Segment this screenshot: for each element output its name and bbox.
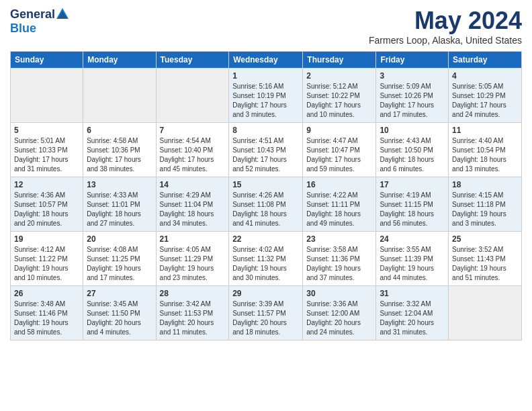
day-number: 22 xyxy=(232,234,299,244)
day-info: Sunrise: 4:51 AMSunset: 10:43 PMDaylight… xyxy=(232,136,299,174)
month-title: May 2024 xyxy=(369,7,522,35)
calendar-cell: 24Sunrise: 3:55 AMSunset: 11:39 PMDaylig… xyxy=(376,232,449,286)
day-info: Sunrise: 4:47 AMSunset: 10:47 PMDaylight… xyxy=(306,136,372,174)
calendar-week-row: 12Sunrise: 4:36 AMSunset: 10:57 PMDaylig… xyxy=(11,177,522,232)
day-info: Sunrise: 4:40 AMSunset: 10:54 PMDaylight… xyxy=(452,136,518,174)
day-number: 26 xyxy=(14,289,79,298)
day-number: 2 xyxy=(306,71,372,81)
calendar-cell: 9Sunrise: 4:47 AMSunset: 10:47 PMDayligh… xyxy=(303,123,376,177)
title-section: May 2024 Farmers Loop, Alaska, United St… xyxy=(369,7,522,46)
day-number: 16 xyxy=(306,180,372,189)
day-info: Sunrise: 3:32 AMSunset: 12:04 AMDaylight… xyxy=(380,300,445,337)
weekday-header: Tuesday xyxy=(156,52,229,68)
day-number: 6 xyxy=(87,126,152,135)
calendar-cell: 31Sunrise: 3:32 AMSunset: 12:04 AMDaylig… xyxy=(376,286,449,340)
day-info: Sunrise: 4:29 AMSunset: 11:04 PMDaylight… xyxy=(160,191,226,228)
weekday-header: Monday xyxy=(83,52,156,68)
calendar-cell: 18Sunrise: 4:15 AMSunset: 11:18 PMDaylig… xyxy=(449,177,522,232)
day-info: Sunrise: 3:58 AMSunset: 11:36 PMDaylight… xyxy=(306,245,372,283)
weekday-header: Wednesday xyxy=(229,52,303,68)
day-number: 29 xyxy=(232,289,299,298)
day-number: 14 xyxy=(160,180,226,189)
day-info: Sunrise: 5:01 AMSunset: 10:33 PMDaylight… xyxy=(14,136,79,174)
location: Farmers Loop, Alaska, United States xyxy=(369,35,522,46)
calendar-table: SundayMondayTuesdayWednesdayThursdayFrid… xyxy=(10,51,522,340)
day-info: Sunrise: 3:45 AMSunset: 11:50 PMDaylight… xyxy=(87,300,152,337)
calendar-cell: 10Sunrise: 4:43 AMSunset: 10:50 PMDaylig… xyxy=(376,123,449,177)
day-number: 20 xyxy=(87,234,152,244)
day-number: 15 xyxy=(232,180,299,189)
day-info: Sunrise: 5:09 AMSunset: 10:26 PMDaylight… xyxy=(380,82,445,120)
day-info: Sunrise: 4:19 AMSunset: 11:15 PMDaylight… xyxy=(380,191,445,228)
day-number: 30 xyxy=(306,289,372,298)
day-info: Sunrise: 4:43 AMSunset: 10:50 PMDaylight… xyxy=(380,136,445,174)
day-info: Sunrise: 3:36 AMSunset: 12:00 AMDaylight… xyxy=(306,300,372,337)
day-number: 23 xyxy=(306,234,372,244)
calendar-cell: 25Sunrise: 3:52 AMSunset: 11:43 PMDaylig… xyxy=(449,232,522,286)
calendar-cell xyxy=(449,286,522,340)
day-info: Sunrise: 5:05 AMSunset: 10:29 PMDaylight… xyxy=(452,82,518,120)
calendar-cell: 2Sunrise: 5:12 AMSunset: 10:22 PMDayligh… xyxy=(303,68,376,123)
calendar-cell: 29Sunrise: 3:39 AMSunset: 11:57 PMDaylig… xyxy=(229,286,303,340)
day-number: 10 xyxy=(380,126,445,135)
calendar-cell xyxy=(156,68,229,123)
calendar-cell: 30Sunrise: 3:36 AMSunset: 12:00 AMDaylig… xyxy=(303,286,376,340)
day-number: 11 xyxy=(452,126,518,135)
calendar-cell: 19Sunrise: 4:12 AMSunset: 11:22 PMDaylig… xyxy=(11,232,83,286)
day-info: Sunrise: 4:02 AMSunset: 11:32 PMDaylight… xyxy=(232,245,299,283)
calendar-cell: 26Sunrise: 3:48 AMSunset: 11:46 PMDaylig… xyxy=(11,286,83,340)
calendar-cell: 28Sunrise: 3:42 AMSunset: 11:53 PMDaylig… xyxy=(156,286,229,340)
day-info: Sunrise: 3:55 AMSunset: 11:39 PMDaylight… xyxy=(380,245,445,283)
weekday-header: Sunday xyxy=(11,52,83,68)
day-info: Sunrise: 4:33 AMSunset: 11:01 PMDaylight… xyxy=(87,191,152,228)
calendar-cell: 22Sunrise: 4:02 AMSunset: 11:32 PMDaylig… xyxy=(229,232,303,286)
calendar-cell: 15Sunrise: 4:26 AMSunset: 11:08 PMDaylig… xyxy=(229,177,303,232)
day-number: 19 xyxy=(14,234,79,244)
day-info: Sunrise: 4:54 AMSunset: 10:40 PMDaylight… xyxy=(160,136,226,174)
calendar-cell: 1Sunrise: 5:16 AMSunset: 10:19 PMDayligh… xyxy=(229,68,303,123)
day-number: 18 xyxy=(452,180,518,189)
day-number: 7 xyxy=(160,126,226,135)
calendar-week-row: 5Sunrise: 5:01 AMSunset: 10:33 PMDayligh… xyxy=(11,123,522,177)
calendar-cell: 13Sunrise: 4:33 AMSunset: 11:01 PMDaylig… xyxy=(83,177,156,232)
day-number: 31 xyxy=(380,289,445,298)
day-number: 28 xyxy=(160,289,226,298)
logo-icon xyxy=(55,7,70,21)
day-info: Sunrise: 4:58 AMSunset: 10:36 PMDaylight… xyxy=(87,136,152,174)
day-number: 1 xyxy=(232,71,299,81)
day-info: Sunrise: 5:16 AMSunset: 10:19 PMDaylight… xyxy=(232,82,299,120)
day-info: Sunrise: 4:36 AMSunset: 10:57 PMDaylight… xyxy=(14,191,79,228)
calendar-cell xyxy=(83,68,156,123)
calendar-week-row: 19Sunrise: 4:12 AMSunset: 11:22 PMDaylig… xyxy=(11,232,522,286)
calendar-week-row: 1Sunrise: 5:16 AMSunset: 10:19 PMDayligh… xyxy=(11,68,522,123)
day-number: 13 xyxy=(87,180,152,189)
day-info: Sunrise: 3:52 AMSunset: 11:43 PMDaylight… xyxy=(452,245,518,283)
logo-blue-text: Blue xyxy=(10,21,70,36)
calendar-cell: 27Sunrise: 3:45 AMSunset: 11:50 PMDaylig… xyxy=(83,286,156,340)
logo: General Blue xyxy=(10,7,70,36)
calendar-cell: 20Sunrise: 4:08 AMSunset: 11:25 PMDaylig… xyxy=(83,232,156,286)
day-number: 25 xyxy=(452,234,518,244)
day-number: 8 xyxy=(232,126,299,135)
day-info: Sunrise: 4:12 AMSunset: 11:22 PMDaylight… xyxy=(14,245,79,283)
logo-general-text: General xyxy=(10,7,55,21)
calendar-cell: 5Sunrise: 5:01 AMSunset: 10:33 PMDayligh… xyxy=(11,123,83,177)
day-info: Sunrise: 3:48 AMSunset: 11:46 PMDaylight… xyxy=(14,300,79,337)
day-info: Sunrise: 4:08 AMSunset: 11:25 PMDaylight… xyxy=(87,245,152,283)
weekday-header: Saturday xyxy=(449,52,522,68)
day-info: Sunrise: 4:05 AMSunset: 11:29 PMDaylight… xyxy=(160,245,226,283)
calendar-cell xyxy=(11,68,83,123)
calendar-week-row: 26Sunrise: 3:48 AMSunset: 11:46 PMDaylig… xyxy=(11,286,522,340)
day-number: 4 xyxy=(452,71,518,81)
calendar-cell: 23Sunrise: 3:58 AMSunset: 11:36 PMDaylig… xyxy=(303,232,376,286)
weekday-header: Thursday xyxy=(303,52,376,68)
day-number: 27 xyxy=(87,289,152,298)
calendar-cell: 21Sunrise: 4:05 AMSunset: 11:29 PMDaylig… xyxy=(156,232,229,286)
day-number: 21 xyxy=(160,234,226,244)
day-number: 9 xyxy=(306,126,372,135)
day-number: 5 xyxy=(14,126,79,135)
day-info: Sunrise: 4:22 AMSunset: 11:11 PMDaylight… xyxy=(306,191,372,228)
calendar-cell: 6Sunrise: 4:58 AMSunset: 10:36 PMDayligh… xyxy=(83,123,156,177)
day-info: Sunrise: 3:39 AMSunset: 11:57 PMDaylight… xyxy=(232,300,299,337)
header: General Blue May 2024 Farmers Loop, Alas… xyxy=(10,7,522,46)
